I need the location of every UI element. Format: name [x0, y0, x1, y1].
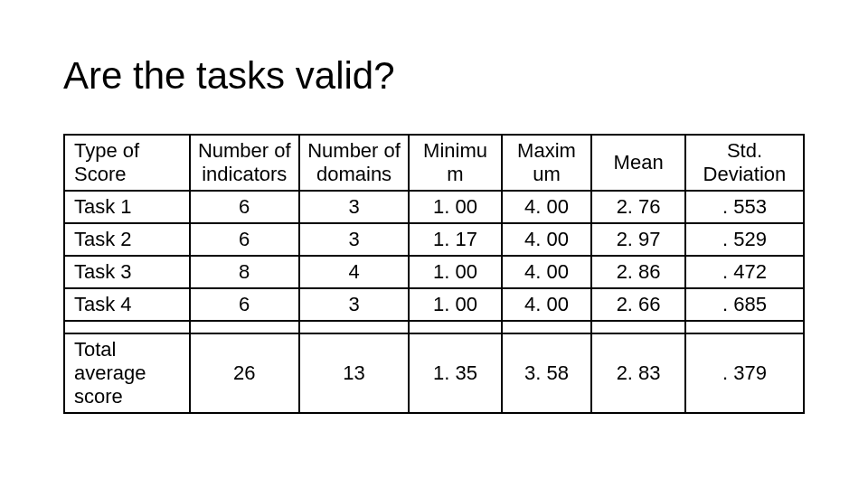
- page-title: Are the tasks valid?: [63, 54, 805, 98]
- col-max: Maxim um: [502, 135, 592, 191]
- cell: 4. 00: [502, 191, 592, 223]
- stats-table: Type of Score Number of indicators Numbe…: [63, 134, 805, 414]
- col-type: Type of Score: [64, 135, 190, 191]
- cell: 3. 58: [502, 333, 592, 413]
- cell: 4. 00: [502, 288, 592, 321]
- cell: 1. 00: [409, 191, 501, 223]
- cell: 26: [190, 333, 299, 413]
- cell: 6: [190, 223, 299, 256]
- cell: 2. 97: [591, 223, 685, 256]
- row-label: Task 2: [64, 223, 190, 256]
- cell: 4. 00: [502, 256, 592, 288]
- row-label: Task 1: [64, 191, 190, 223]
- cell: . 685: [685, 288, 804, 321]
- row-label: Total average score: [64, 333, 190, 413]
- cell: . 379: [685, 333, 804, 413]
- cell: 6: [190, 288, 299, 321]
- slide: Are the tasks valid? Type of Score Numbe…: [0, 0, 868, 488]
- cell: 2. 83: [591, 333, 685, 413]
- table-spacer-row: [64, 321, 804, 333]
- col-min: Minimu m: [409, 135, 501, 191]
- table-row: Task 4 6 3 1. 00 4. 00 2. 66 . 685: [64, 288, 804, 321]
- cell: 13: [299, 333, 410, 413]
- col-domains: Number of domains: [299, 135, 410, 191]
- cell: . 553: [685, 191, 804, 223]
- col-mean: Mean: [591, 135, 685, 191]
- cell: . 529: [685, 223, 804, 256]
- cell: 2. 86: [591, 256, 685, 288]
- cell: 8: [190, 256, 299, 288]
- cell: 1. 00: [409, 256, 501, 288]
- cell: 2. 76: [591, 191, 685, 223]
- cell: 6: [190, 191, 299, 223]
- cell: 1. 00: [409, 288, 501, 321]
- cell: 1. 17: [409, 223, 501, 256]
- table-row: Task 2 6 3 1. 17 4. 00 2. 97 . 529: [64, 223, 804, 256]
- cell: 4. 00: [502, 223, 592, 256]
- table-row: Task 1 6 3 1. 00 4. 00 2. 76 . 553: [64, 191, 804, 223]
- table-header-row: Type of Score Number of indicators Numbe…: [64, 135, 804, 191]
- table-row: Task 3 8 4 1. 00 4. 00 2. 86 . 472: [64, 256, 804, 288]
- cell: 4: [299, 256, 410, 288]
- cell: 2. 66: [591, 288, 685, 321]
- row-label: Task 3: [64, 256, 190, 288]
- table-total-row: Total average score 26 13 1. 35 3. 58 2.…: [64, 333, 804, 413]
- col-indicators: Number of indicators: [190, 135, 299, 191]
- row-label: Task 4: [64, 288, 190, 321]
- cell: 3: [299, 191, 410, 223]
- cell: 3: [299, 223, 410, 256]
- cell: . 472: [685, 256, 804, 288]
- cell: 3: [299, 288, 410, 321]
- cell: 1. 35: [409, 333, 501, 413]
- col-std: Std. Deviation: [685, 135, 804, 191]
